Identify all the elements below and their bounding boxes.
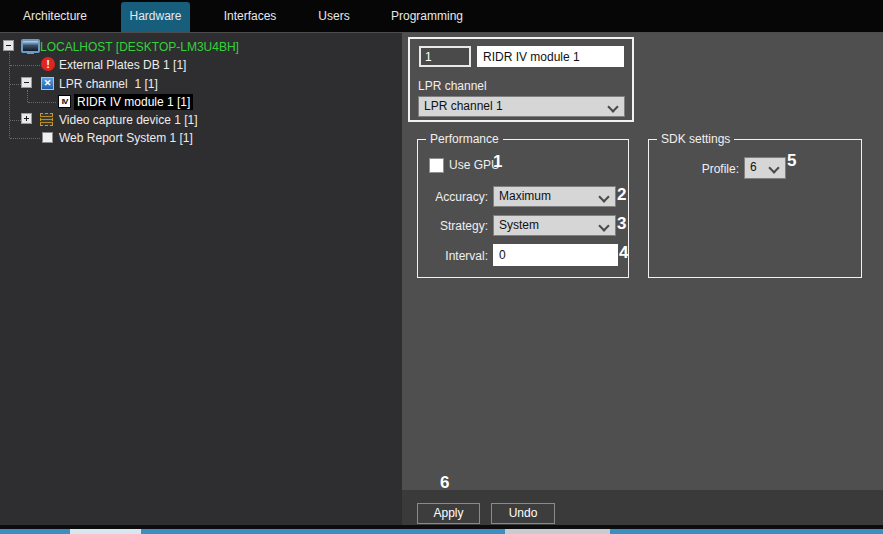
use-gpu-checkbox[interactable] <box>429 158 444 173</box>
ridr-module-icon: IV <box>58 95 71 108</box>
tree-row-video-capture[interactable]: Video capture device 1 [1] <box>0 111 402 129</box>
tree-collapse-icon[interactable] <box>3 40 14 51</box>
annotation-3: 3 <box>617 214 626 234</box>
performance-legend: Performance <box>426 132 503 147</box>
main-tab-bar: Architecture Hardware Interfaces Users P… <box>0 0 883 33</box>
accuracy-select[interactable]: Maximum <box>493 186 616 207</box>
taskbar-highlight <box>505 529 610 534</box>
tree-item-label[interactable]: Web Report System 1 [1] <box>59 130 193 146</box>
tab-interfaces[interactable]: Interfaces <box>205 0 295 32</box>
annotation-5: 5 <box>787 151 796 171</box>
tab-architecture[interactable]: Architecture <box>0 0 110 32</box>
annotation-2: 2 <box>617 185 626 205</box>
strategy-select[interactable]: System <box>493 215 616 236</box>
video-capture-icon <box>40 113 53 126</box>
tree-row-web-report[interactable]: Web Report System 1 [1] <box>0 129 402 147</box>
tree-item-label[interactable]: External Plates DB 1 [1] <box>59 57 186 73</box>
tree-row-external-plates-db[interactable]: ! External Plates DB 1 [1] <box>0 56 402 74</box>
identity-groupbox: LPR channel LPR channel 1 <box>408 37 634 122</box>
tree-item-label[interactable]: Video capture device 1 [1] <box>59 112 198 128</box>
module-name-field[interactable] <box>477 46 624 67</box>
undo-button[interactable]: Undo <box>491 503 555 524</box>
lpr-channel-label: LPR channel <box>418 79 487 94</box>
monitor-icon <box>21 39 40 53</box>
tree-row-ridr-module[interactable]: IV RIDR IV module 1 [1] <box>0 93 402 111</box>
lpr-channel-icon: ✕ <box>41 77 54 90</box>
profile-label: Profile: <box>669 162 739 177</box>
sdk-settings-groupbox: SDK settings Profile: 6 <box>648 139 862 278</box>
tree-item-label[interactable]: LPR channel 1 [1] <box>59 76 158 92</box>
lpr-configuration-window: Architecture Hardware Interfaces Users P… <box>0 0 883 534</box>
tree-collapse-icon[interactable] <box>21 77 32 88</box>
tab-hardware[interactable]: Hardware <box>121 2 190 32</box>
tree-row-lpr-channel[interactable]: ✕ LPR channel 1 [1] <box>0 75 402 93</box>
tree-row-localhost[interactable]: LOCALHOST [DESKTOP-LM3U4BH] <box>0 38 402 56</box>
performance-groupbox: Performance Use GPU Accuracy: Maximum St… <box>417 139 629 278</box>
hardware-tree-panel: LOCALHOST [DESKTOP-LM3U4BH] ! External P… <box>0 33 403 525</box>
interval-input[interactable] <box>493 244 618 266</box>
tree-item-label[interactable]: LOCALHOST [DESKTOP-LM3U4BH] <box>40 39 239 55</box>
tree-expand-icon[interactable] <box>21 113 32 124</box>
lpr-channel-value: LPR channel 1 <box>424 97 624 116</box>
lpr-channel-select[interactable]: LPR channel 1 <box>418 96 625 117</box>
taskbar-strip <box>0 529 883 534</box>
tab-programming[interactable]: Programming <box>382 0 472 32</box>
tree-item-label-selected[interactable]: RIDR IV module 1 [1] <box>74 94 193 110</box>
web-report-icon <box>42 132 53 143</box>
bottom-action-bar: Apply Undo <box>402 490 883 525</box>
accuracy-label: Accuracy: <box>418 190 488 205</box>
module-id-field[interactable] <box>419 46 471 67</box>
apply-button[interactable]: Apply <box>417 503 480 524</box>
tab-users[interactable]: Users <box>289 0 379 32</box>
annotation-4: 4 <box>619 243 628 263</box>
profile-select[interactable]: 6 <box>744 157 786 179</box>
interval-label: Interval: <box>418 249 488 264</box>
error-icon: ! <box>41 57 55 71</box>
sdk-settings-legend: SDK settings <box>657 132 734 147</box>
annotation-1: 1 <box>493 152 502 172</box>
module-details-panel: LPR channel LPR channel 1 Performance Us… <box>402 33 883 490</box>
taskbar-highlight <box>70 529 141 534</box>
strategy-label: Strategy: <box>418 219 488 234</box>
